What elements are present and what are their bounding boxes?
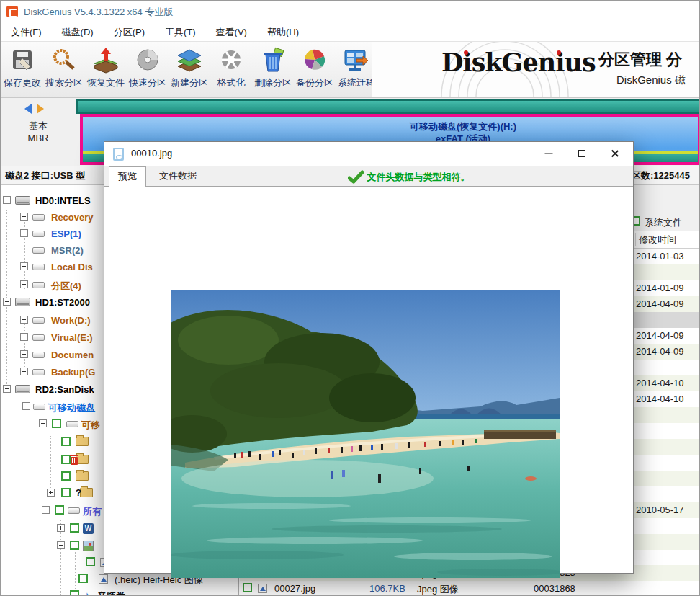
disk-icon [15,298,30,306]
partition-icon [66,421,78,427]
expand-icon[interactable] [57,524,65,532]
nav-back-icon[interactable] [24,104,32,114]
disk-type-label: 基本 [22,120,54,133]
file-row-00027[interactable]: 00027.jpg 106.7KB Jpeg 图像 00031868 [240,581,700,596]
format-button[interactable]: 格式化 [211,45,251,95]
collapse-icon[interactable] [3,298,11,306]
dialog-tab-strip: 预览 文件数据 文件头数据与类型相符。 [104,166,633,187]
maximize-button[interactable] [565,142,598,164]
partition-icon [32,317,45,324]
new-partition-button[interactable]: 新建分区 [169,45,210,95]
partition-icon [32,352,45,358]
disk-info-right: 区数:1225445 [632,169,690,182]
tree-checkbox[interactable] [78,574,88,583]
menu-disk[interactable]: 磁盘(D) [52,22,104,42]
tree-checkbox[interactable] [70,590,79,596]
close-button[interactable] [598,142,632,164]
file-cluster: 00031868 [534,583,575,594]
menu-file[interactable]: 文件(F) [1,22,52,42]
recover-icon [91,46,120,75]
partition-icon [32,231,45,237]
menu-partition[interactable]: 分区(P) [104,22,155,42]
menu-view[interactable]: 查看(V) [206,22,257,42]
search-partition-button[interactable]: 搜索分区 [44,45,84,95]
dialog-title: 00010.jpg [131,148,172,159]
check-icon [348,170,364,184]
header-match-message: 文件头数据与类型相符。 [348,170,470,184]
expand-icon[interactable] [47,489,55,497]
trash-overlay-icon [71,457,78,465]
disk-capacity-strip[interactable] [76,99,700,114]
file-type: Jpeg 图像 [417,583,459,596]
expand-icon[interactable] [20,333,28,341]
delete-partition-button[interactable]: 删除分区 [253,45,293,95]
minimize-button[interactable] [532,142,565,164]
image-file-icon [258,584,267,593]
menu-tools[interactable]: 工具(T) [155,22,206,42]
dialog-body [104,187,633,573]
save-changes-button[interactable]: 保存更改 [2,45,42,95]
expand-icon[interactable] [20,316,28,324]
photo-preview [171,290,560,578]
tagline-sub: DiskGenius 磁 [616,74,686,87]
tree-checkbox[interactable] [55,505,64,515]
layers-icon [175,46,204,75]
tree-item-audio-type[interactable]: ♪ 音频类 [1,587,238,596]
system-migrate-button[interactable]: 系统迁移 [336,45,377,95]
recover-files-button[interactable]: 恢复文件 [86,45,126,95]
tree-checkbox[interactable] [61,488,71,497]
file-size: 106.7KB [369,583,405,594]
dialog-title-bar[interactable]: 00010.jpg [104,142,633,166]
logo-i-dot [557,50,561,55]
collapse-icon[interactable] [42,506,50,514]
folder-question-icon [80,488,93,497]
tree-checkbox[interactable] [61,471,71,481]
collapse-icon[interactable] [3,196,11,204]
partition-icon [32,247,45,254]
partition-icon [32,334,45,341]
diskgenius-window: DiskGenius V5.4.3.1322 x64 专业版 文件(F) 磁盘(… [0,0,700,596]
quick-partition-button[interactable]: 快速分区 [127,45,168,95]
expand-icon[interactable] [20,229,28,237]
tagline-main: 分区管理 分 [598,49,682,71]
trash-icon [259,46,287,75]
expand-icon[interactable] [20,213,28,221]
word-doc-icon: W [83,523,94,534]
expand-icon[interactable] [20,280,28,288]
preview-file-icon [113,148,124,161]
format-icon [217,46,246,75]
disk-scheme-label: MBR [22,133,54,143]
backup-partition-button[interactable]: 备份分区 [295,45,335,95]
column-header-mtime[interactable]: 修改时间 [635,233,676,246]
close-icon [611,149,619,158]
file-checkbox[interactable] [243,583,252,592]
nav-forward-icon[interactable] [37,104,44,114]
tree-checkbox[interactable] [70,523,79,533]
tree-checkbox[interactable] [86,557,95,566]
tree-checkbox[interactable] [70,541,79,550]
logo-i-dot [464,50,468,55]
expand-icon[interactable] [20,262,28,270]
tab-file-data[interactable]: 文件数据 [149,166,207,187]
logo-zone: DiskGenius 分区管理 分 DiskGenius 磁 [372,42,700,97]
expand-icon[interactable] [20,350,28,358]
tree-checkbox[interactable] [52,419,61,428]
collapse-icon[interactable] [39,419,47,427]
disk-info-left: 磁盘2 接口:USB 型 [5,169,85,182]
file-name: 00027.jpg [274,583,315,594]
expand-icon[interactable] [20,368,28,375]
search-icon [50,46,78,75]
tab-preview[interactable]: 预览 [109,166,146,187]
collapse-icon[interactable] [57,541,65,549]
partition-icon [33,404,45,410]
collapse-icon[interactable] [22,402,30,410]
menu-help[interactable]: 帮助(H) [257,22,309,42]
pie-icon [300,46,329,75]
collapse-icon[interactable] [3,385,11,393]
partition-name: 可移动磁盘(恢复文件)(H:) [410,120,516,133]
window-title: DiskGenius V5.4.3.1322 x64 专业版 [24,6,173,19]
tree-checkbox[interactable] [61,437,71,446]
folder-icon [76,455,89,464]
disc-icon [133,46,162,75]
partition-icon [32,282,45,288]
